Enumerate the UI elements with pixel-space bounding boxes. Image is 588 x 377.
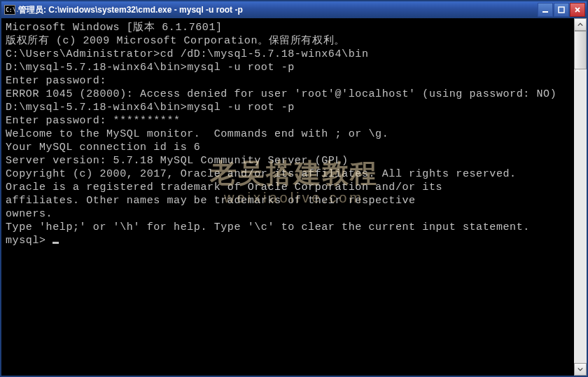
- terminal-line: Welcome to the MySQL monitor. Commands e…: [6, 128, 570, 141]
- chevron-down-icon: [578, 366, 583, 372]
- terminal-line: Oracle is a registered trademark of Orac…: [6, 181, 570, 194]
- terminal-line: Enter password: **********: [6, 114, 570, 128]
- scrollbar-thumb[interactable]: [574, 31, 587, 69]
- terminal-line: Microsoft Windows [版本 6.1.7601]: [6, 21, 570, 34]
- terminal-line: Server version: 5.7.18 MySQL Community S…: [6, 154, 570, 167]
- minimize-icon: [542, 6, 549, 13]
- terminal-line: ERROR 1045 (28000): Access denied for us…: [6, 88, 570, 101]
- scrollbar-track[interactable]: [574, 31, 587, 363]
- vertical-scrollbar[interactable]: [574, 18, 587, 376]
- terminal-line: mysql>: [6, 234, 570, 247]
- terminal-line: 版权所有 (c) 2009 Microsoft Corporation。保留所有…: [6, 34, 570, 48]
- cmd-window: C:\. 管理员: C:\windows\system32\cmd.exe - …: [0, 0, 588, 377]
- maximize-icon: [558, 6, 565, 13]
- cmd-icon: C:\.: [4, 5, 15, 15]
- terminal-area: Microsoft Windows [版本 6.1.7601]版权所有 (c) …: [1, 18, 587, 376]
- terminal-line: D:\mysql-5.7.18-winx64\bin>mysql -u root…: [6, 61, 570, 74]
- titlebar[interactable]: C:\. 管理员: C:\windows\system32\cmd.exe - …: [1, 1, 587, 18]
- terminal-line: Copyright (c) 2000, 2017, Oracle and/or …: [6, 167, 570, 181]
- minimize-button[interactable]: [538, 3, 553, 17]
- svg-rect-1: [559, 7, 564, 13]
- terminal-line: Enter password:: [6, 74, 570, 88]
- chevron-up-icon: [578, 22, 583, 27]
- terminal-output[interactable]: Microsoft Windows [版本 6.1.7601]版权所有 (c) …: [1, 18, 574, 376]
- terminal-line: D:\mysql-5.7.18-winx64\bin>mysql -u root…: [6, 101, 570, 114]
- svg-rect-0: [542, 11, 548, 13]
- terminal-line: owners.: [6, 207, 570, 221]
- scroll-up-button[interactable]: [574, 18, 587, 31]
- terminal-line: affiliates. Other names may be trademark…: [6, 194, 570, 207]
- terminal-line: Your MySQL connection id is 6: [6, 141, 570, 154]
- window-title: 管理员: C:\windows\system32\cmd.exe - mysql…: [18, 4, 243, 16]
- cursor: [52, 242, 59, 244]
- maximize-button[interactable]: [554, 3, 569, 17]
- close-icon: [574, 6, 581, 13]
- terminal-line: Type 'help;' or '\h' for help. Type '\c'…: [6, 221, 570, 234]
- terminal-line: C:\Users\Administrator>cd /dD:\mysql-5.7…: [6, 48, 570, 61]
- scroll-down-button[interactable]: [574, 363, 587, 376]
- close-button[interactable]: [570, 3, 585, 17]
